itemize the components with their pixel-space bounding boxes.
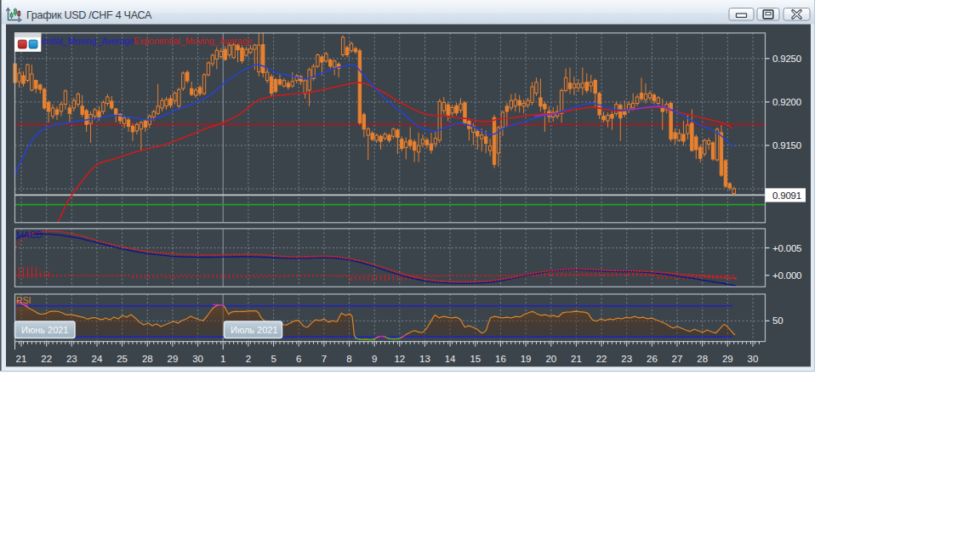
- svg-text:22: 22: [596, 354, 607, 364]
- svg-text:15: 15: [470, 354, 481, 364]
- svg-text:7: 7: [322, 354, 327, 364]
- svg-text:1: 1: [220, 354, 225, 364]
- svg-text:29: 29: [722, 354, 733, 364]
- svg-text:9: 9: [372, 354, 377, 364]
- svg-text:22: 22: [41, 354, 52, 364]
- svg-text:16: 16: [495, 354, 506, 364]
- svg-text:0.9250: 0.9250: [772, 54, 801, 64]
- svg-text:Июль 2021: Июль 2021: [231, 325, 278, 335]
- svg-text:21: 21: [571, 354, 582, 364]
- svg-text:13: 13: [419, 354, 430, 364]
- svg-text:0.9200: 0.9200: [772, 97, 801, 107]
- svg-text:20: 20: [545, 354, 556, 364]
- svg-text:30: 30: [748, 354, 759, 364]
- svg-text:2: 2: [246, 354, 251, 364]
- svg-text:6: 6: [296, 354, 301, 364]
- svg-text:Exponential_Moving_Average: Exponential_Moving_Average: [134, 36, 252, 46]
- svg-text:26: 26: [647, 354, 658, 364]
- svg-text:19: 19: [521, 354, 532, 364]
- svg-text:30: 30: [192, 354, 203, 364]
- svg-text:50: 50: [772, 315, 783, 326]
- svg-text:21: 21: [16, 354, 27, 364]
- svg-text:24: 24: [92, 354, 103, 364]
- svg-text:23: 23: [66, 354, 77, 364]
- svg-text:0.9150: 0.9150: [772, 140, 801, 151]
- svg-text:23: 23: [621, 354, 632, 364]
- svg-text:MACD: MACD: [16, 230, 43, 240]
- svg-text:28: 28: [697, 354, 708, 364]
- svg-text:29: 29: [168, 354, 179, 364]
- svg-text:28: 28: [142, 354, 153, 364]
- svg-text:14: 14: [445, 354, 456, 364]
- svg-text:12: 12: [394, 354, 405, 364]
- svg-text:0.9091: 0.9091: [772, 190, 801, 201]
- svg-text:RSI: RSI: [16, 295, 31, 305]
- svg-text:5: 5: [271, 354, 276, 364]
- svg-text:25: 25: [117, 354, 128, 364]
- svg-text:+0.000: +0.000: [772, 270, 801, 281]
- svg-text:ential_Moving_Average: ential_Moving_Average: [42, 36, 135, 46]
- svg-text:27: 27: [672, 354, 683, 364]
- svg-text:8: 8: [346, 354, 351, 364]
- svg-text:Июнь 2021: Июнь 2021: [21, 325, 69, 335]
- svg-text:+0.005: +0.005: [772, 243, 801, 253]
- svg-text:График USD /CHF 4 ЧАСА: График USD /CHF 4 ЧАСА: [26, 9, 152, 21]
